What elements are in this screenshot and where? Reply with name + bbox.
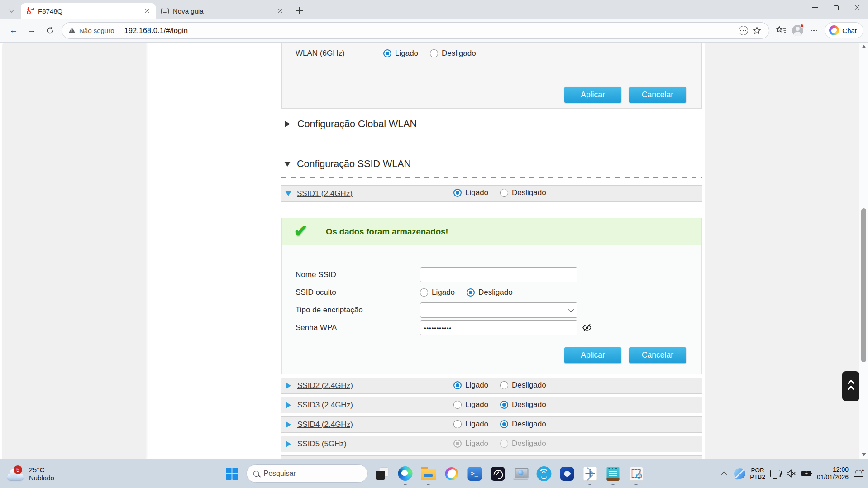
encryption-select[interactable] (420, 302, 577, 318)
forward-button[interactable]: → (24, 23, 39, 38)
profile-notification-dot (800, 24, 804, 28)
search-placeholder: Pesquisar (264, 469, 296, 478)
section-global-wlan[interactable]: Configuração Global WLAN (281, 116, 702, 132)
url-text[interactable]: 192.168.0.1/#/login (124, 26, 737, 35)
snipping-tool-button[interactable] (628, 465, 645, 482)
speedtest-button[interactable] (489, 465, 506, 482)
profile-avatar[interactable] (789, 23, 806, 38)
volume-muted-icon[interactable] (785, 467, 797, 480)
settings-menu-icon[interactable] (806, 23, 822, 38)
favorites-bar-icon[interactable] (773, 23, 789, 38)
weather-temp: 25°C (29, 466, 54, 474)
radio-desligado[interactable] (500, 381, 508, 389)
on-off-radio-group: Ligado Desligado (453, 381, 558, 390)
cancel-button[interactable]: Cancelar (629, 347, 686, 363)
address-bar[interactable]: Não seguro 192.168.0.1/#/login (62, 22, 769, 39)
tab-list-chevron-icon[interactable] (5, 4, 18, 16)
wpa-password-input[interactable] (420, 320, 577, 335)
notepad-icon (607, 467, 620, 481)
on-off-radio-group: Ligado Desligado (420, 288, 525, 297)
back-button[interactable]: ← (6, 23, 21, 38)
not-secure-label[interactable]: Não seguro (79, 27, 114, 34)
radio-desligado[interactable] (467, 288, 475, 297)
not-secure-warning-icon[interactable] (68, 27, 76, 33)
cancel-button[interactable]: Cancelar (629, 87, 686, 103)
language-indicator[interactable]: POR PTB2 (750, 467, 765, 480)
section-ssid-wlan[interactable]: Configuração SSID WLAN (281, 156, 702, 172)
radio-desligado[interactable] (500, 189, 508, 197)
radio-ligado[interactable] (453, 420, 462, 428)
copilot-chat-button[interactable]: Chat (825, 22, 863, 38)
back-to-top-button[interactable] (842, 371, 859, 401)
start-button[interactable] (224, 465, 241, 482)
minimize-button[interactable] (804, 0, 825, 15)
ssid-row[interactable]: SSID2 (2.4GHz) Ligado Desligado (281, 378, 702, 394)
section-divider (281, 177, 702, 178)
ssid1-header-row[interactable]: SSID1 (2.4GHz) Ligado Desligado (281, 185, 702, 202)
notifications-bell-icon[interactable]: z (853, 467, 864, 480)
powershell-button[interactable]: >_ (466, 465, 483, 482)
success-text: Os dados foram armazenados! (326, 227, 448, 237)
ssid-row[interactable]: SSID5 (5GHz) Ligado Desligado (281, 436, 702, 452)
ssid-expanded-arrow-icon (285, 191, 291, 196)
cast-pen-icon[interactable] (769, 467, 781, 480)
apply-button[interactable]: Aplicar (564, 347, 621, 363)
ssid-row[interactable]: SSID4 (2.4GHz) Ligado Desligado (281, 416, 702, 433)
tab-close-icon[interactable] (143, 7, 151, 15)
radio-desligado-label: Desligado (512, 420, 546, 429)
tab-router[interactable]: F8748Q (21, 3, 156, 19)
page-scrollbar[interactable] (859, 43, 868, 459)
radio-ligado[interactable] (453, 381, 462, 389)
toggle-password-visibility-icon[interactable] (582, 323, 592, 333)
radio-desligado[interactable] (500, 401, 508, 409)
radio-ligado-label: Ligado (465, 381, 488, 390)
task-view-button[interactable] (374, 465, 391, 482)
select-chevron-icon (568, 306, 574, 312)
radio-desligado[interactable] (500, 420, 508, 428)
new-tab-button[interactable] (293, 4, 305, 17)
scrollbar-down-arrow[interactable] (862, 453, 866, 456)
section-title: Configuração SSID WLAN (297, 158, 411, 170)
refresh-icon (46, 26, 54, 35)
tableau-button[interactable] (582, 465, 599, 482)
hidden-icons-chevron[interactable] (718, 467, 730, 480)
weather-widget[interactable]: 5 25°C Nublado (6, 466, 54, 482)
radio-ligado[interactable] (453, 189, 462, 197)
notepad-button[interactable] (605, 465, 622, 482)
radio-ligado[interactable] (453, 401, 462, 409)
onedrive-tray-icon[interactable] (734, 467, 746, 480)
extensions-icon[interactable] (736, 24, 750, 37)
tab-new-tab[interactable]: Nova guia (156, 3, 289, 19)
ssid-row[interactable]: SSID6 (5GHz) Ligado Desligado (281, 455, 702, 459)
ssid-link[interactable]: SSID4 (2.4GHz) (297, 420, 353, 429)
refresh-button[interactable] (42, 23, 57, 38)
ssid-link[interactable]: SSID5 (5GHz) (297, 440, 347, 449)
ssid-row[interactable]: SSID3 (2.4GHz) Ligado Desligado (281, 397, 702, 413)
radio-desligado[interactable] (430, 49, 438, 57)
clock[interactable]: 12:00 01/01/2026 (817, 466, 849, 481)
ssid-link[interactable]: SSID2 (2.4GHz) (297, 381, 353, 390)
radio-ligado[interactable] (383, 49, 391, 57)
battery-charging-icon[interactable] (801, 467, 813, 480)
remote-pc-button[interactable] (512, 465, 529, 482)
copilot-taskbar-button[interactable] (443, 465, 460, 482)
close-button[interactable] (847, 0, 868, 15)
on-off-radio-group: Ligado Desligado (453, 420, 558, 429)
radio-ligado[interactable] (420, 288, 428, 297)
maximize-button[interactable] (825, 0, 847, 15)
taskbar-center: Pesquisar >_ (224, 464, 645, 483)
edge-taskbar-button[interactable] (397, 465, 414, 482)
ssid-link[interactable]: SSID3 (2.4GHz) (297, 401, 353, 410)
ssid1-link[interactable]: SSID1 (2.4GHz) (297, 189, 353, 198)
ssid-row-list: SSID2 (2.4GHz) Ligado Desligado SSID3 (2… (281, 378, 702, 459)
apply-button[interactable]: Aplicar (564, 87, 621, 103)
paint-app-button[interactable] (558, 465, 576, 482)
tab-close-icon[interactable] (276, 7, 284, 15)
favorite-star-icon[interactable] (750, 24, 763, 37)
wifi-app-button[interactable] (535, 465, 553, 482)
ssid-name-input[interactable] (420, 267, 577, 282)
taskbar-search-box[interactable]: Pesquisar (247, 464, 368, 483)
file-explorer-button[interactable] (420, 465, 437, 482)
scrollbar-thumb[interactable] (861, 208, 866, 362)
scrollbar-up-arrow[interactable] (862, 45, 866, 48)
